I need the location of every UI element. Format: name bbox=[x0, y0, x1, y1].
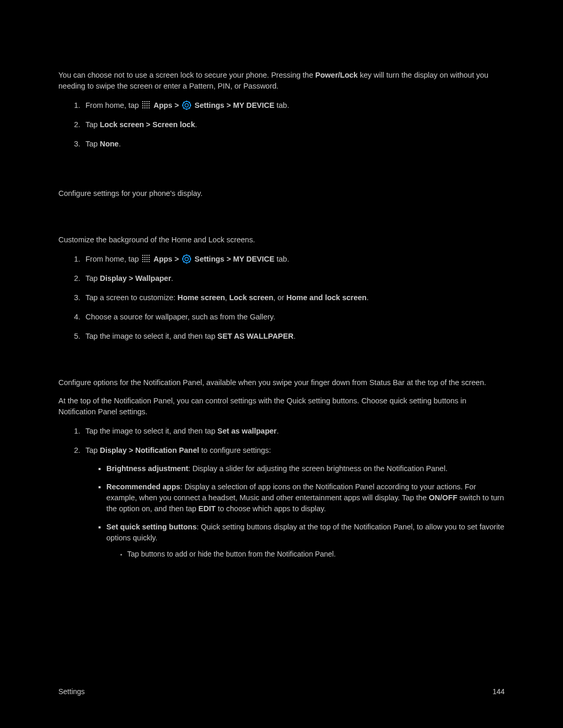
list-item: Set quick setting buttons: Quick setting… bbox=[106, 522, 505, 559]
lock-screen-path: Lock screen > Screen lock bbox=[100, 120, 195, 129]
list-item: From home, tap Apps > Settings > MY DEVI… bbox=[82, 100, 505, 111]
set-as-wallpaper-button-label: SET AS WALLPAPER bbox=[217, 332, 293, 340]
settings-label: Settings bbox=[194, 101, 224, 109]
list-item: Tap buttons to add or hide the button fr… bbox=[127, 549, 505, 559]
manual-page: You can choose not to use a screen lock … bbox=[0, 0, 563, 728]
notif-panel-p2: At the top of the Notification Panel, yo… bbox=[58, 396, 505, 417]
list-item: Recommended apps: Display a selection of… bbox=[106, 482, 505, 514]
notif-steps-list: Tap the image to select it, and then tap… bbox=[82, 426, 505, 559]
edit-button-label: EDIT bbox=[199, 504, 216, 513]
list-item: Tap Lock screen > Screen lock. bbox=[82, 119, 505, 130]
list-item: Tap Display > Notification Panel to conf… bbox=[82, 445, 505, 559]
none-paragraph: You can choose not to use a screen lock … bbox=[58, 70, 505, 92]
settings-gear-icon bbox=[182, 254, 191, 264]
list-item: Tap None. bbox=[82, 139, 505, 150]
apps-label: Apps bbox=[153, 101, 172, 109]
list-item: Brightness adjustment: Display a slider … bbox=[106, 463, 505, 474]
settings-gear-icon bbox=[182, 101, 191, 110]
brightness-adjustment-label: Brightness adjustment bbox=[106, 464, 188, 473]
display-wallpaper-path: Display > Wallpaper bbox=[100, 274, 171, 282]
list-item: Tap a screen to customize: Home screen, … bbox=[82, 292, 505, 303]
list-item: Tap the image to select it, and then tap… bbox=[82, 426, 505, 437]
power-lock-key-label: Power/Lock bbox=[315, 71, 358, 79]
page-number: 144 bbox=[493, 686, 505, 697]
none-option: None bbox=[100, 140, 118, 148]
quick-setting-sublist: Tap buttons to add or hide the button fr… bbox=[127, 549, 505, 559]
recommended-apps-label: Recommended apps bbox=[106, 483, 180, 491]
notif-options-list: Brightness adjustment: Display a slider … bbox=[106, 463, 505, 559]
none-steps-list: From home, tap Apps > Settings > MY DEVI… bbox=[82, 100, 505, 150]
svg-point-1 bbox=[185, 104, 189, 107]
display-settings-desc: Configure settings for your phone's disp… bbox=[58, 188, 505, 199]
list-item: From home, tap Apps > Settings > MY DEVI… bbox=[82, 254, 505, 265]
svg-point-11 bbox=[185, 257, 189, 261]
on-off-switch-label: ON/OFF bbox=[429, 493, 458, 502]
set-quick-setting-label: Set quick setting buttons bbox=[106, 523, 197, 531]
apps-grid-icon bbox=[142, 254, 150, 263]
my-device-tab-label: MY DEVICE bbox=[233, 101, 275, 109]
apps-grid-icon bbox=[142, 101, 150, 109]
list-item: Choose a source for wallpaper, such as f… bbox=[82, 312, 505, 323]
list-item: Tap Display > Wallpaper. bbox=[82, 273, 505, 284]
page-footer: Settings 144 bbox=[58, 686, 505, 697]
wallpaper-desc: Customize the background of the Home and… bbox=[58, 235, 505, 245]
wallpaper-steps-list: From home, tap Apps > Settings > MY DEVI… bbox=[82, 254, 505, 342]
list-item: Tap the image to select it, and then tap… bbox=[82, 331, 505, 342]
display-notif-panel-path: Display > Notification Panel bbox=[100, 446, 199, 454]
notif-panel-p1: Configure options for the Notification P… bbox=[58, 377, 505, 388]
footer-section: Settings bbox=[58, 687, 85, 696]
